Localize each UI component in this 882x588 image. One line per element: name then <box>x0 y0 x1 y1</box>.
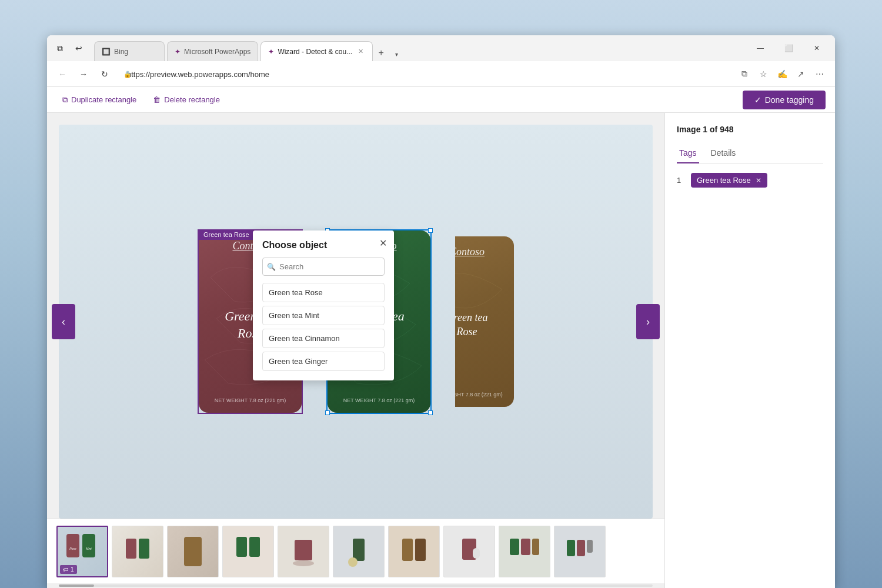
thumbnail-2[interactable] <box>112 526 163 577</box>
tag-chip-rose-close[interactable]: ✕ <box>756 176 761 185</box>
close-button[interactable]: ✕ <box>803 39 830 58</box>
can-third: Contoso Green teaRose NET WEIGHT 7.8 oz … <box>455 236 514 407</box>
main-content: ‹ Green tea Rose <box>47 113 835 588</box>
can-third-brand: Contoso <box>455 246 485 258</box>
security-lock-icon: 🔒 <box>123 70 132 78</box>
thumbnail-6[interactable] <box>333 526 385 577</box>
browser-tabs: 🔲 Bing ✦ Microsoft PowerApps ✦ Wizard - … <box>94 35 744 61</box>
option-cinnamon[interactable]: Green tea Cinnamon <box>262 329 385 348</box>
browser-page-icon[interactable]: ⧉ <box>52 40 68 56</box>
svg-rect-7 <box>139 539 149 559</box>
svg-rect-19 <box>510 539 519 555</box>
product-rose-label-tag: Green tea Rose <box>199 229 254 240</box>
thumbnail-scrollbar[interactable] <box>47 583 664 588</box>
popup-close-button[interactable]: ✕ <box>379 238 387 249</box>
duplicate-rectangle-button[interactable]: ⧉ Duplicate rectangle <box>56 92 142 108</box>
can-third-name: Green teaRose <box>455 311 487 339</box>
thumbnail-7[interactable] <box>388 526 440 577</box>
delete-rectangle-button[interactable]: 🗑 Delete rectangle <box>147 92 226 108</box>
resize-handle-bl[interactable] <box>325 410 330 415</box>
toolbar-right-icons: ⧉ ☆ ✍ ↗ ⋯ <box>736 66 828 82</box>
thumbnail-6-preview <box>341 534 376 569</box>
browser-back-history[interactable]: ↩ <box>71 40 87 56</box>
browser-addressbar: ← → ↻ 🔒 ⧉ ☆ ✍ ↗ ⋯ <box>47 61 835 87</box>
done-tagging-label: Done tagging <box>765 95 814 105</box>
svg-rect-22 <box>567 540 575 556</box>
minimize-button[interactable]: — <box>747 39 774 58</box>
product-third[interactable]: Contoso Green teaRose NET WEIGHT 7.8 oz … <box>455 236 514 407</box>
tag-chip-rose-label: Green tea Rose <box>697 176 751 185</box>
svg-rect-15 <box>402 539 413 561</box>
svg-text:Mint: Mint <box>86 547 92 550</box>
svg-rect-18 <box>473 548 480 559</box>
address-input[interactable] <box>118 70 731 79</box>
thumbnail-10[interactable] <box>554 526 606 577</box>
can-mint-weight: NET WEIGHT 7.8 oz (221 gm) <box>343 397 415 403</box>
tab-powerapps-label: Microsoft PowerApps <box>184 48 250 56</box>
tab-details[interactable]: Details <box>709 143 739 163</box>
svg-rect-16 <box>415 539 426 561</box>
window-controls: — ⬜ ✕ <box>747 39 830 58</box>
thumbnail-2-preview <box>120 534 155 569</box>
tab-wizard-close[interactable]: ✕ <box>356 47 365 56</box>
tabs-dropdown-button[interactable]: ▾ <box>389 47 403 61</box>
more-options-icon[interactable]: ⋯ <box>811 66 828 82</box>
popup-search-input[interactable] <box>262 258 385 276</box>
option-ginger[interactable]: Green tea Ginger <box>262 352 385 371</box>
powerapps-icon: ✦ <box>175 48 181 56</box>
svg-rect-24 <box>587 540 593 553</box>
thumbnail-5[interactable] <box>278 526 329 577</box>
scrollbar-track <box>59 584 653 587</box>
panel-content: 1 Green tea Rose ✕ <box>665 163 835 588</box>
wizard-icon: ✦ <box>268 48 274 56</box>
thumbnail-8-preview <box>452 534 487 569</box>
popup-search-wrapper: 🔍 <box>262 258 385 276</box>
thumbnail-1-badge: 🏷 1 <box>60 565 77 574</box>
thumbnail-8[interactable] <box>443 526 495 577</box>
thumbnail-4-preview <box>230 534 266 569</box>
thumbnail-1[interactable]: Rose Mint 🏷 1 <box>56 526 108 577</box>
duplicate-label: Duplicate rectangle <box>71 95 136 104</box>
option-rose[interactable]: Green tea Rose <box>262 283 385 302</box>
svg-rect-2 <box>66 534 79 557</box>
svg-rect-8 <box>184 537 202 566</box>
prev-image-button[interactable]: ‹ <box>52 304 75 339</box>
svg-rect-9 <box>236 537 247 557</box>
thumbnail-9[interactable] <box>499 526 550 577</box>
tab-powerapps[interactable]: ✦ Microsoft PowerApps <box>167 41 258 61</box>
share-icon[interactable]: ↗ <box>793 66 809 82</box>
new-tab-button[interactable]: + <box>373 45 389 61</box>
tag-icon: 🏷 <box>63 566 69 573</box>
thumbnail-1-count: 1 <box>71 566 74 573</box>
favorites-icon[interactable]: ☆ <box>755 66 771 82</box>
tag-chip-rose[interactable]: Green tea Rose ✕ <box>691 173 767 188</box>
forward-button[interactable]: → <box>75 66 92 82</box>
resize-handle-br[interactable] <box>428 410 433 415</box>
svg-rect-6 <box>126 539 136 559</box>
thumbnail-3-preview <box>175 534 211 569</box>
next-image-button[interactable]: › <box>636 304 660 339</box>
thumbnail-9-preview <box>507 534 542 569</box>
resize-handle-tr[interactable] <box>428 228 433 233</box>
tab-bing[interactable]: 🔲 Bing <box>94 41 165 61</box>
tab-wizard[interactable]: ✦ Wizard - Detect & cou... ✕ <box>260 41 373 61</box>
thumbnail-3[interactable] <box>167 526 219 577</box>
tag-row-1: 1 Green tea Rose ✕ <box>677 173 823 188</box>
maximize-button[interactable]: ⬜ <box>775 39 802 58</box>
read-mode-icon[interactable]: ✍ <box>774 66 790 82</box>
svg-rect-13 <box>353 539 365 561</box>
option-mint[interactable]: Green tea Mint <box>262 306 385 325</box>
svg-text:Rose: Rose <box>69 547 76 550</box>
panel-tabs: Tags Details <box>677 143 823 163</box>
delete-label: Delete rectangle <box>164 95 220 104</box>
refresh-button[interactable]: ↻ <box>96 66 113 82</box>
thumbnail-4[interactable] <box>222 526 274 577</box>
tab-tags[interactable]: Tags <box>677 143 699 163</box>
split-view-icon[interactable]: ⧉ <box>736 66 753 82</box>
duplicate-icon: ⧉ <box>62 95 68 105</box>
bing-icon: 🔲 <box>102 48 111 56</box>
scrollbar-thumb <box>59 584 94 587</box>
back-button[interactable]: ← <box>54 66 71 82</box>
right-panel: Image 1 of 948 Tags Details 1 Green tea … <box>664 113 835 588</box>
done-tagging-button[interactable]: ✓ Done tagging <box>743 91 826 109</box>
